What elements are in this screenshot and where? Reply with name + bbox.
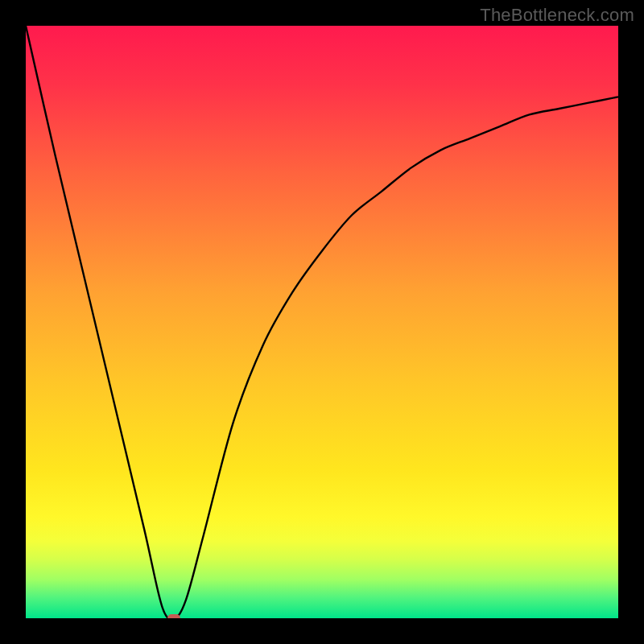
plot-area: [26, 26, 618, 618]
chart-frame: TheBottleneck.com: [0, 0, 644, 644]
curve-path: [26, 26, 618, 618]
attribution-text: TheBottleneck.com: [480, 5, 634, 26]
optimal-point-marker: [167, 614, 180, 618]
bottleneck-curve: [26, 26, 618, 618]
